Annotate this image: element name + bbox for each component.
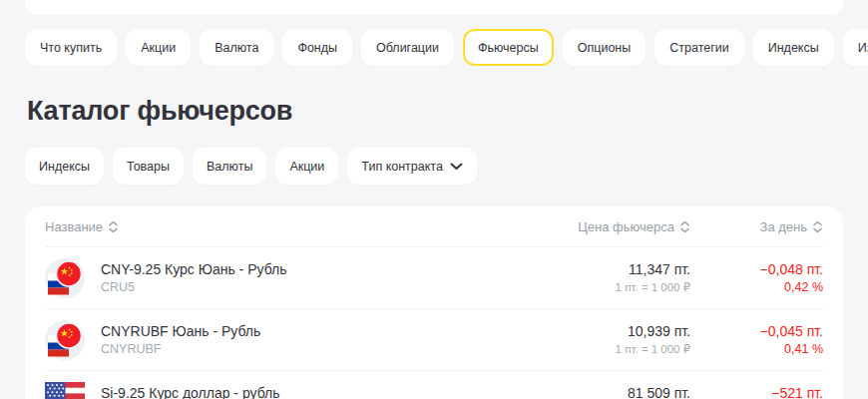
instrument-title: Si-9.25 Курс доллар - рубль [101,385,541,399]
category-tab[interactable]: Что купить [25,29,117,66]
price-cell: 10,939 пт. 1 пт. = 1 000 ₽ [541,323,690,356]
filter-chip[interactable]: Товары [113,148,184,185]
category-tab[interactable]: Стратегии [654,29,743,66]
instrument-info: Si-9.25 Курс доллар - рубль [101,385,541,399]
instrument-flag-icon [45,258,85,298]
table-row[interactable]: Si-9.25 Курс доллар - рубль 81 509 пт. −… [45,371,823,399]
instrument-ticker: CNYRUBF [101,342,541,357]
chevron-down-icon [450,163,463,171]
category-tab[interactable]: Фонды [282,29,352,66]
change-percent: 0,41 % [690,342,823,357]
instrument-flag-icon [45,320,85,360]
column-header-change[interactable]: За день [690,219,823,234]
category-tab[interactable]: Фьючерсы [463,29,554,66]
table-row[interactable]: CNY-9.25 Курс Юань - Рубль CRU5 11,347 п… [45,247,823,309]
instrument-info: CNYRUBF Юань - Рубль CNYRUBF [101,323,541,357]
instrument-flag-icon [45,382,85,399]
futures-table-card: Название Цена фьючерса За день [25,206,843,399]
category-tab[interactable]: Избранное [843,29,868,66]
table-header-row: Название Цена фьючерса За день [45,206,823,247]
column-header-name-label: Название [45,219,103,234]
category-tab-label: Фьючерсы [478,41,539,55]
change-value: −0,045 пт. [690,323,823,339]
column-header-name[interactable]: Название [45,219,541,234]
filter-chip-label: Валюты [207,160,252,174]
table-body: CNY-9.25 Курс Юань - Рубль CRU5 11,347 п… [45,247,823,399]
contract-type-label: Тип контракта [361,160,443,174]
category-tab[interactable]: Опционы [563,29,646,66]
column-header-price-label: Цена фьючерса [578,219,674,234]
top-search-bar-partial[interactable] [25,0,843,15]
filter-chip[interactable]: Валюты [193,148,266,185]
instrument-title: CNY-9.25 Курс Юань - Рубль [101,261,541,277]
page-title: Каталог фьючерсов [27,96,292,127]
change-cell: −0,045 пт. 0,41 % [690,323,823,357]
table-row[interactable]: CNYRUBF Юань - Рубль CNYRUBF 10,939 пт. … [45,309,823,371]
category-tab-label: Стратегии [669,41,728,55]
price-note: 1 пт. = 1 000 ₽ [541,342,690,356]
category-tab-label: Акции [141,41,176,55]
category-tab-label: Валюта [215,41,258,55]
filter-chip-label: Индексы [39,160,90,174]
futures-filters: Индексы Товары Валюты Акции Тип контракт… [25,148,477,185]
contract-type-dropdown[interactable]: Тип контракта [347,148,477,185]
price-value: 10,939 пт. [541,323,690,339]
price-cell: 81 509 пт. [541,385,690,399]
filter-chip[interactable]: Индексы [25,148,104,185]
category-tab[interactable]: Индексы [753,29,834,66]
category-tab-label: Фонды [297,41,337,55]
filter-chip-label: Товары [127,160,170,174]
sort-icon [812,220,823,233]
category-tab-label: Опционы [578,41,631,55]
category-tab[interactable]: Валюта [200,29,273,66]
column-header-price[interactable]: Цена фьючерса [541,219,690,234]
category-tabs: Что купить Акции Валюта Фонды Облигации … [25,29,868,66]
sort-icon [108,220,119,233]
category-tab-label: Избранное [858,41,868,55]
filter-chip-label: Акции [289,160,324,174]
category-tab-label: Индексы [768,41,819,55]
filter-chip-group: Индексы Товары Валюты Акции [25,148,338,185]
instrument-ticker: CRU5 [101,280,541,295]
column-header-change-label: За день [760,219,807,234]
sort-icon [679,220,690,233]
price-note: 1 пт. = 1 000 ₽ [541,280,690,294]
filter-chip[interactable]: Акции [275,148,338,185]
change-cell: −0,048 пт. 0,42 % [690,261,823,295]
change-value: −521 пт. [690,385,823,399]
change-value: −0,048 пт. [690,261,823,277]
category-tab[interactable]: Облигации [361,29,454,66]
instrument-info: CNY-9.25 Курс Юань - Рубль CRU5 [101,261,541,295]
category-tab[interactable]: Акции [126,29,191,66]
price-value: 81 509 пт. [541,385,690,399]
change-percent: 0,42 % [690,280,823,295]
change-cell: −521 пт. [690,385,823,399]
instrument-title: CNYRUBF Юань - Рубль [101,323,541,339]
price-cell: 11,347 пт. 1 пт. = 1 000 ₽ [541,261,690,294]
category-tab-label: Что купить [40,41,102,55]
price-value: 11,347 пт. [541,261,690,277]
category-tab-label: Облигации [376,41,439,55]
